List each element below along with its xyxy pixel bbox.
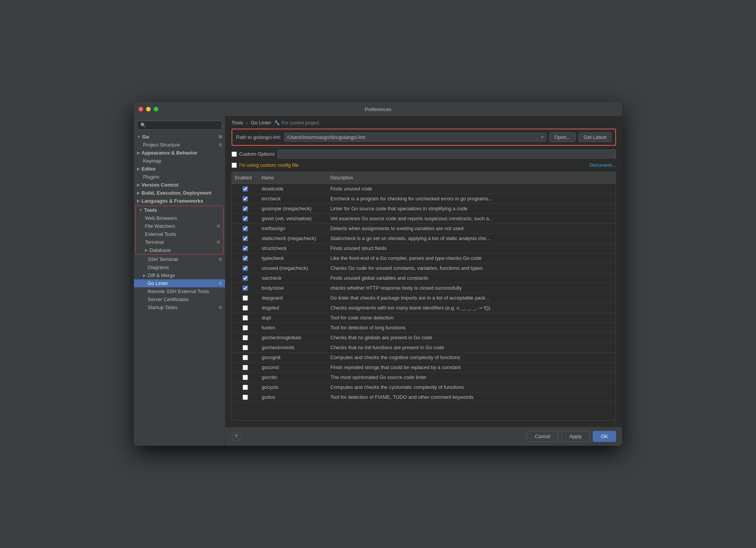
open-button[interactable]: Open...	[549, 132, 576, 142]
sidebar-item-label: Languages & Frameworks	[142, 198, 203, 204]
cell-name: gocyclo	[259, 382, 327, 392]
path-input[interactable]	[287, 134, 542, 140]
cell-name: gocognit	[259, 353, 327, 362]
row-checkbox[interactable]	[243, 295, 248, 301]
sidebar-item-keymap[interactable]: Keymap	[134, 157, 225, 165]
sidebar-item-external-tools[interactable]: External Tools	[136, 230, 223, 238]
row-checkbox[interactable]	[243, 276, 248, 281]
cell-name: deadcode	[259, 184, 327, 193]
row-checkbox[interactable]	[243, 196, 248, 201]
custom-options-input[interactable]	[278, 150, 616, 158]
cell-description: Checks assignments with too many blank i…	[327, 303, 616, 313]
cell-name: goconst	[259, 363, 327, 372]
row-checkbox[interactable]	[243, 345, 248, 350]
get-latest-button[interactable]: Get Latest	[579, 132, 611, 142]
row-checkbox[interactable]	[243, 385, 248, 390]
table-row: gocognitComputes and checks the cognitiv…	[232, 353, 616, 363]
help-button[interactable]: ?	[232, 432, 241, 441]
cell-name: gochecknoinits	[259, 343, 327, 352]
row-checkbox[interactable]	[243, 365, 248, 370]
sidebar-item-appearance-behavior[interactable]: ▶ Appearance & Behavior	[134, 149, 225, 157]
ok-button[interactable]: OK	[593, 431, 616, 442]
table-row: duplTool for code clone detection	[232, 313, 616, 323]
dropdown-arrow-icon[interactable]: ▾	[541, 135, 544, 140]
sidebar-item-label: Diff & Merge	[148, 272, 175, 278]
custom-config-row: I'm using custom config file Document...	[232, 162, 616, 168]
cell-description: Linter for Go source code that specializ…	[327, 204, 616, 213]
close-button[interactable]	[138, 107, 143, 111]
custom-config-checkbox[interactable]	[232, 163, 237, 168]
row-checkbox[interactable]	[243, 266, 248, 271]
cell-enabled	[232, 224, 259, 233]
row-checkbox[interactable]	[243, 355, 248, 360]
table-row: unused (megacheck)Checks Go code for unu…	[232, 263, 616, 273]
sidebar-item-editor[interactable]: ▶ Editor	[134, 165, 225, 173]
maximize-button[interactable]	[154, 107, 158, 111]
row-checkbox[interactable]	[243, 246, 248, 251]
sidebar-item-file-watchers[interactable]: File Watchers ⊞	[136, 222, 223, 230]
row-checkbox[interactable]	[243, 216, 248, 221]
settings-body: Path to golangci-lint: ▾ Open... Get Lat…	[225, 129, 622, 427]
row-checkbox[interactable]	[243, 236, 248, 241]
table-row: goconstFinds repeated strings that could…	[232, 363, 616, 372]
expand-arrow-icon: ▶	[145, 248, 148, 252]
sidebar-item-label: Plugins	[143, 174, 159, 180]
sidebar-item-diff-merge[interactable]: ▶ Diff & Merge	[134, 271, 225, 279]
col-header-enabled: Enabled	[232, 174, 259, 182]
cell-enabled	[232, 373, 259, 382]
custom-options-checkbox-wrap[interactable]: Custom Options	[232, 151, 275, 157]
row-checkbox[interactable]	[243, 226, 248, 231]
sidebar-item-go[interactable]: ▼ Go ⊞	[134, 133, 225, 141]
sidebar-item-web-browsers[interactable]: Web Browsers	[136, 214, 223, 222]
cancel-button[interactable]: Cancel	[527, 431, 558, 442]
cell-name: depguard	[259, 293, 327, 303]
search-input[interactable]	[148, 122, 219, 128]
sidebar-item-version-control[interactable]: ▶ Version Control	[134, 181, 225, 189]
row-checkbox[interactable]	[243, 256, 248, 261]
cell-enabled	[232, 293, 259, 303]
breadcrumb: Tools › Go Linter 🔧 For current project	[225, 116, 622, 129]
expand-arrow-icon: ▶	[137, 191, 140, 195]
sidebar-item-languages-frameworks[interactable]: ▶ Languages & Frameworks	[134, 197, 225, 205]
cell-enabled	[232, 254, 259, 263]
row-checkbox[interactable]	[243, 186, 248, 192]
sidebar-item-go-linter[interactable]: Go Linter ⊞	[134, 279, 225, 287]
row-checkbox[interactable]	[243, 325, 248, 330]
sidebar-item-startup-tasks[interactable]: Startup Tasks ⊞	[134, 303, 225, 311]
apply-button[interactable]: Apply	[561, 431, 590, 442]
row-checkbox[interactable]	[243, 206, 248, 211]
sidebar-item-label: Build, Execution, Deployment	[142, 190, 211, 196]
row-checkbox[interactable]	[243, 395, 248, 400]
col-header-name: Name	[259, 174, 327, 182]
sidebar-item-tools[interactable]: ▼ Tools	[136, 206, 223, 214]
sidebar-item-plugins[interactable]: Plugins	[134, 173, 225, 181]
table-body: deadcodeFinds unused codeerrcheckErrchec…	[232, 184, 616, 420]
row-checkbox[interactable]	[243, 285, 248, 291]
sidebar-item-remote-ssh[interactable]: Remote SSH External Tools	[134, 287, 225, 295]
breadcrumb-current: Go Linter	[251, 120, 271, 126]
sidebar-item-database[interactable]: ▶ Database	[136, 246, 223, 254]
col-header-description: Description	[327, 174, 616, 182]
sidebar-item-build-execution[interactable]: ▶ Build, Execution, Deployment	[134, 189, 225, 197]
sidebar-item-project-structure[interactable]: Project Structure ⊞	[134, 141, 225, 149]
custom-options-checkbox[interactable]	[232, 152, 237, 157]
row-checkbox[interactable]	[243, 375, 248, 380]
sidebar-item-server-certs[interactable]: Server Certificates	[134, 295, 225, 303]
copy-icon: ⊞	[219, 134, 222, 139]
cell-enabled	[232, 333, 259, 342]
linter-table: Enabled Name Description deadcodeFinds u…	[232, 172, 616, 421]
sidebar-item-diagrams[interactable]: Diagrams	[134, 263, 225, 271]
sidebar-item-terminal[interactable]: Terminal ⊞	[136, 238, 223, 246]
minimize-button[interactable]	[146, 107, 151, 111]
custom-config-checkbox-wrap[interactable]: I'm using custom config file	[232, 162, 299, 168]
row-checkbox[interactable]	[243, 315, 248, 321]
sidebar-item-ssh-terminal[interactable]: SSH Terminal ⊞	[134, 255, 225, 263]
row-checkbox[interactable]	[243, 305, 248, 311]
row-checkbox[interactable]	[243, 335, 248, 340]
cell-enabled	[232, 204, 259, 213]
document-link[interactable]: Document...	[589, 162, 616, 168]
cell-description: Computes and checks the cyclomatic compl…	[327, 382, 616, 392]
cell-name: structcheck	[259, 243, 327, 253]
search-box[interactable]: 🔍	[137, 121, 222, 130]
table-row: funlenTool for detection of long functio…	[232, 323, 616, 333]
